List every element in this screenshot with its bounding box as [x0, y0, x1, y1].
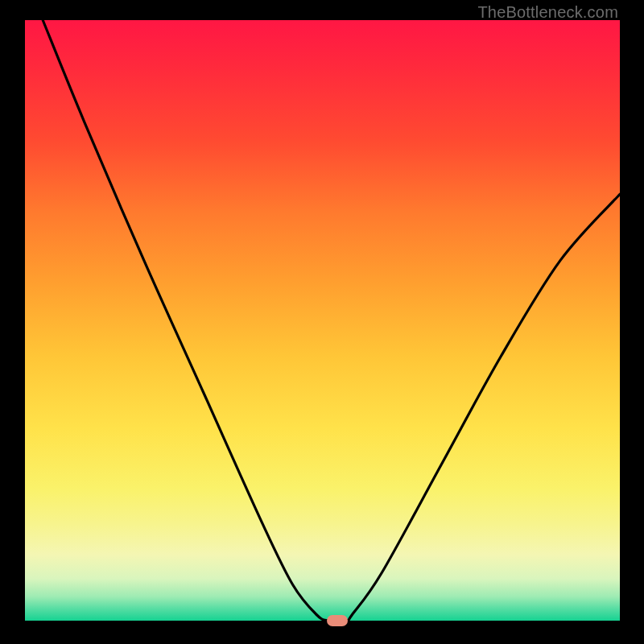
bottleneck-curve-path: [43, 20, 620, 621]
chart-stage: TheBottleneck.com: [0, 0, 644, 644]
minimum-marker: [327, 615, 348, 626]
attribution-label: TheBottleneck.com: [477, 3, 618, 22]
curve-svg: [25, 20, 620, 621]
plot-area: [25, 20, 620, 621]
